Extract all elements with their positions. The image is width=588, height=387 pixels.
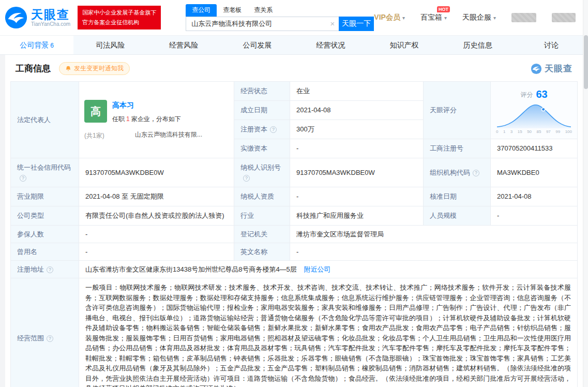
tab-intellectual-property[interactable]: 知识产权 [368,36,441,54]
legal-rep-company-link[interactable]: 山东云声物流科技有限... [135,130,202,139]
hot-badge: HOT [437,6,450,12]
tianyan-score-cell: 评分63 0131550859 [491,82,578,139]
vip-menu[interactable]: VIP会员▾ [374,13,405,22]
search-tab-relation[interactable]: 查关系 [248,4,279,17]
tab-company-development[interactable]: 公司发展 [220,36,294,54]
help-icon[interactable]: ? [473,170,479,176]
chevron-down-icon: ▾ [402,15,405,21]
logo-subtitle: TianYanCha.com [31,21,70,27]
label-former-name: 曾用名 [11,243,79,261]
label-business-scope: 经营范围? [11,278,79,387]
tianyancha-logo[interactable]: 天眼查 TianYanCha.com [4,6,70,29]
search-tab-company[interactable]: 查公司 [186,4,217,17]
address-text: 山东省潍坊市奎文区健康东街13438号加州世纪尊品8号商务楼第4—5层 [85,265,297,273]
label-text: 组织机构代码 [430,169,470,176]
value-registration-authority: 潍坊市奎文区市场监督管理局 [290,226,578,243]
help-icon[interactable]: ? [47,335,53,342]
legal-rep-role-line: 任职1家企业，分布如下 [112,114,202,124]
nearby-companies-link[interactable]: 附近公司 [304,265,330,273]
search-input[interactable] [186,17,339,31]
value-company-type: 有限责任公司(非自然人投资或控股的法人独资) [79,206,234,226]
tab-judicial-risk[interactable]: 司法风险 [73,36,147,54]
redacted-user-info[interactable] [511,13,536,22]
certification-badge: 国家中小企业发展子基金旗下 官方备案企业征信机构 [78,6,161,29]
label-company-type: 公司类型 [11,206,79,226]
label-english-name: 英文名称 [234,243,290,261]
page-scrollbar[interactable] [583,0,588,387]
certification-line1: 国家中小企业发展子基金旗下 [82,8,156,18]
tick: 97 [546,129,551,135]
tick: 50 [527,129,532,135]
legal-rep-company-count[interactable]: 1 [126,115,130,123]
label-taxpayer-quality: 纳税人资质 [234,187,290,206]
business-info-table: 法定代表人 高 (共1家) 高本习 任职1家企业，分布如下 山东云声物流科技有 [10,81,578,387]
tab-company-background[interactable]: 公司背景6 [0,36,73,54]
value-staff-size: - [491,206,578,226]
help-icon[interactable]: ? [20,175,26,182]
label-registration-number: 工商注册号 [424,139,491,158]
score-line: 评分63 [495,86,573,102]
label-staff-size: 人员规模 [424,206,491,226]
tick: 3 [510,129,512,135]
role-prefix: 任职 [112,115,125,123]
tick: 100 [565,129,572,135]
tab-operating-risk[interactable]: 经营风险 [147,36,220,54]
tick: 15 [518,129,522,135]
table-row: 法定代表人 高 (共1家) 高本习 任职1家企业，分布如下 山东云声物流科技有 [11,82,578,101]
value-taxpayer-id: 91370705MA3WKDBE0W [290,158,424,187]
score-axis-ticks: 0131550859799100 [495,129,573,135]
toolbox-label: 百宝箱 [420,13,442,21]
label-legal-representative: 法定代表人 [11,82,79,158]
tab-operating-status[interactable]: 经营状况 [294,36,368,54]
clear-search-icon[interactable]: × [330,20,335,27]
value-business-scope: 一般项目：物联网技术服务；物联网技术研发；技术服务、技术开发、技术咨询、技术交流… [79,278,578,387]
business-info-card: 工商信息 发生变更时通知我 天眼查 [5,55,583,387]
tab-discussion[interactable]: 讨论 [515,36,588,54]
label-text: 注册资本 [240,125,267,133]
search-tabs: 查公司 查老板 查关系 [186,4,374,17]
tianyancha-logo-icon [4,6,28,29]
toolbox-menu[interactable]: HOT 百宝箱▾ [420,13,447,22]
help-icon[interactable]: ? [270,126,277,133]
notify-on-change-button[interactable]: 发生变更时通知我 [59,62,130,75]
table-row: 参保人数 - 登记机关 潍坊市奎文区市场监督管理局 [11,226,578,243]
tab-label: 经营状况 [316,41,345,49]
legal-rep-name-link[interactable]: 高本习 [112,100,202,111]
chevron-down-icon: ▾ [444,15,447,21]
help-icon[interactable]: ? [243,175,250,182]
legal-representative-cell: 高 (共1家) 高本习 任职1家企业，分布如下 山东云声物流科技有限... [79,82,234,158]
logo-title: 天眼查 [31,8,70,21]
logo-text: 天眼查 TianYanCha.com [31,8,70,27]
value-english-name: - [290,243,578,261]
tab-label: 司法风险 [96,41,125,49]
help-icon[interactable]: ? [47,266,53,273]
label-unified-credit-code: 统一社会信用代码? [11,158,79,187]
redacted-user-info[interactable] [552,13,576,22]
tab-history-info[interactable]: 历史信息 [441,36,515,54]
label-insured-count: 参保人数 [11,226,79,243]
label-text: 注册地址 [17,265,44,273]
tab-count: 6 [50,42,54,49]
tab-label: 经营风险 [169,41,198,49]
label-approval-date: 核准日期 [424,187,491,206]
page: 天眼查 TianYanCha.com 国家中小企业发展子基金旗下 官方备案企业征… [0,0,588,387]
value-insured-count: - [79,226,234,243]
tianyancha-watermark: 天眼查 [531,63,572,75]
enterprise-services-menu[interactable]: 天眼企服▾ [462,13,496,22]
search-tab-boss[interactable]: 查老板 [217,4,248,17]
tab-label: 讨论 [544,41,559,49]
legal-rep-total-count: (共1家) [84,131,104,140]
legal-rep-avatar[interactable]: 高 [84,100,107,123]
search-button[interactable]: 天眼一下 [339,17,374,31]
label-text: 经营范围 [17,334,44,342]
value-registered-capital: 300万 [290,120,424,139]
label-organization-code: 组织机构代码? [424,158,491,187]
label-registered-capital: 注册资本? [234,120,290,139]
value-operating-status: 在业 [290,82,424,101]
label-text: 纳税人识别号 [240,163,281,171]
label-text: 统一社会信用代码 [17,163,71,171]
table-row: 注册地址? 山东省潍坊市奎文区健康东街13438号加州世纪尊品8号商务楼第4—5… [11,261,578,278]
bell-icon [65,66,71,72]
tick: 85 [537,129,541,135]
scrollbar-thumb[interactable] [584,35,588,89]
